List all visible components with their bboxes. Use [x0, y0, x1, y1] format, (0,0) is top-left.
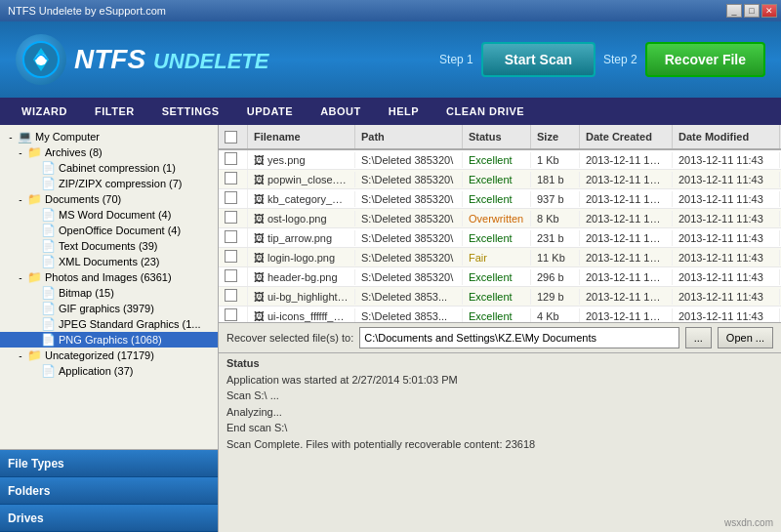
- spacer: [27, 319, 41, 330]
- tree-photos[interactable]: - 📁 Photos and Images (6361): [0, 269, 218, 285]
- tree-application[interactable]: 📄 Application (37): [0, 363, 218, 379]
- title-text: NTFS Undelete by eSupport.com: [4, 5, 166, 17]
- file-status: Excellent: [463, 230, 531, 246]
- file-status: Excellent: [463, 191, 531, 207]
- tree-label: Uncategorized (17179): [45, 349, 154, 361]
- file-path: S:\Deleted 385320\: [355, 250, 463, 266]
- tree-textdocs[interactable]: 📄 Text Documents (39): [0, 238, 218, 254]
- start-scan-button[interactable]: Start Scan: [481, 42, 596, 77]
- table-row[interactable]: 🖼kb_category_bg.png S:\Deleted 385320\ E…: [219, 189, 781, 209]
- nav-settings[interactable]: SETTINGS: [148, 102, 233, 121]
- tree-cabinet[interactable]: 📄 Cabinet compression (1): [0, 160, 218, 176]
- file-size: 129 b: [531, 289, 580, 305]
- file-size: 1 Kb: [531, 152, 580, 168]
- file-name: 🖼tip_arrow.png: [248, 230, 355, 246]
- row-checkbox[interactable]: [219, 307, 248, 322]
- tree-label: PNG Graphics (1068): [59, 334, 162, 346]
- recover-file-button[interactable]: Recover File: [645, 42, 765, 77]
- minimize-button[interactable]: _: [726, 4, 742, 18]
- file-path: S:\Deleted 385320\: [355, 211, 463, 226]
- row-checkbox[interactable]: [219, 170, 248, 188]
- table-row[interactable]: 🖼yes.png S:\Deleted 385320\ Excellent 1 …: [219, 150, 781, 170]
- window-controls[interactable]: _ □ ✕: [726, 4, 777, 18]
- file-date-created: 2013-12-11 11:43: [580, 211, 673, 226]
- file-types-section[interactable]: File Types: [0, 450, 218, 477]
- row-checkbox[interactable]: [219, 228, 248, 247]
- nav-filter[interactable]: FILTER: [81, 102, 148, 121]
- file-status: Overwritten: [463, 211, 531, 226]
- drives-section[interactable]: Drives: [0, 505, 218, 532]
- tree-my-computer[interactable]: - 💻 My Computer: [0, 129, 218, 144]
- tree-openoffice[interactable]: 📄 OpenOffice Document (4): [0, 223, 218, 238]
- recover-path-input[interactable]: [359, 327, 678, 348]
- table-row[interactable]: 🖼login-logo.png S:\Deleted 385320\ Fair …: [219, 248, 781, 267]
- file-name: 🖼ui-bg_highlight-soft...: [248, 289, 355, 305]
- status-line: End scan S:\: [226, 420, 773, 436]
- tree-documents[interactable]: - 📁 Documents (70): [0, 191, 218, 207]
- toggle-icon[interactable]: -: [14, 147, 27, 158]
- table-row[interactable]: 🖼header-bg.png S:\Deleted 385320\ Excell…: [219, 267, 781, 287]
- tree-label: JPEG Standard Graphics (1...: [59, 318, 201, 330]
- file-date-created: 2013-12-11 11:43: [580, 172, 673, 187]
- file-table-body[interactable]: 🖼yes.png S:\Deleted 385320\ Excellent 1 …: [219, 150, 781, 322]
- row-checkbox[interactable]: [219, 150, 248, 169]
- toggle-icon[interactable]: -: [14, 272, 27, 283]
- select-all-checkbox[interactable]: [225, 131, 237, 143]
- close-button[interactable]: ✕: [761, 4, 777, 18]
- file-icon: 📄: [41, 333, 56, 347]
- table-row[interactable]: 🖼tip_arrow.png S:\Deleted 385320\ Excell…: [219, 228, 781, 248]
- file-table-header: Filename Path Status Size Date Created D…: [219, 125, 781, 150]
- spacer: [27, 210, 41, 221]
- file-size: 8 Kb: [531, 211, 580, 226]
- file-type-tree[interactable]: - 💻 My Computer - 📁 Archives (8) 📄 Cabin…: [0, 125, 218, 449]
- file-size: 296 b: [531, 269, 580, 285]
- row-checkbox[interactable]: [219, 267, 248, 286]
- tree-uncategorized[interactable]: - 📁 Uncategorized (17179): [0, 348, 218, 363]
- table-row[interactable]: 🖼ui-bg_highlight-soft... S:\Deleted 3853…: [219, 287, 781, 307]
- tree-zip[interactable]: 📄 ZIP/ZIPX compression (7): [0, 176, 218, 191]
- folders-section[interactable]: Folders: [0, 477, 218, 505]
- row-checkbox[interactable]: [219, 287, 248, 306]
- open-button[interactable]: Open ...: [718, 327, 773, 348]
- nav-bar: WIZARD FILTER SETTINGS UPDATE ABOUT HELP…: [0, 98, 781, 125]
- row-checkbox[interactable]: [219, 209, 248, 227]
- nav-help[interactable]: HELP: [375, 102, 432, 121]
- tree-gif[interactable]: 📄 GIF graphics (3979): [0, 301, 218, 316]
- row-checkbox[interactable]: [219, 189, 248, 208]
- nav-wizard[interactable]: WIZARD: [8, 102, 81, 121]
- file-date-created: 2013-12-11 11:43: [580, 230, 673, 246]
- col-check: [219, 125, 248, 148]
- tree-bitmap[interactable]: 📄 Bitmap (15): [0, 285, 218, 301]
- table-row[interactable]: 🖼ost-logo.png S:\Deleted 385320\ Overwri…: [219, 209, 781, 228]
- tree-archives[interactable]: - 📁 Archives (8): [0, 144, 218, 160]
- nav-about[interactable]: ABOUT: [307, 102, 375, 121]
- toggle-icon[interactable]: -: [4, 132, 18, 143]
- nav-clean-drive[interactable]: CLEAN DRIVE: [432, 102, 538, 121]
- table-row[interactable]: 🖼ui-icons_ffffff_256... S:\Deleted 3853.…: [219, 307, 781, 322]
- file-date-modified: 2013-12-11 11:43: [673, 230, 780, 246]
- right-panel: Filename Path Status Size Date Created D…: [219, 125, 781, 532]
- toggle-icon[interactable]: -: [14, 194, 27, 205]
- file-status: Excellent: [463, 152, 531, 168]
- browse-button[interactable]: ...: [685, 327, 712, 348]
- spacer: [27, 288, 41, 299]
- toggle-icon[interactable]: -: [14, 350, 27, 361]
- status-line: Analyzing...: [226, 404, 773, 421]
- tree-png[interactable]: 📄 PNG Graphics (1068): [0, 332, 218, 348]
- maximize-button[interactable]: □: [744, 4, 760, 18]
- logo-area: NTFS UNDELETE: [16, 34, 268, 85]
- folder-icon: 📁: [27, 348, 42, 362]
- tree-jpeg[interactable]: 📄 JPEG Standard Graphics (1...: [0, 316, 218, 332]
- nav-update[interactable]: UPDATE: [233, 102, 307, 121]
- row-checkbox[interactable]: [219, 248, 248, 266]
- tree-label: Archives (8): [45, 146, 103, 158]
- file-status: Excellent: [463, 308, 531, 322]
- file-status: Fair: [463, 250, 531, 266]
- tree-xml[interactable]: 📄 XML Documents (23): [0, 254, 218, 269]
- spacer: [27, 257, 41, 267]
- file-status: Excellent: [463, 269, 531, 285]
- file-size: 4 Kb: [531, 308, 580, 322]
- table-row[interactable]: 🖼popwin_close.png S:\Deleted 385320\ Exc…: [219, 170, 781, 189]
- tree-msword[interactable]: 📄 MS Word Document (4): [0, 207, 218, 223]
- folder-icon: 📁: [27, 145, 42, 159]
